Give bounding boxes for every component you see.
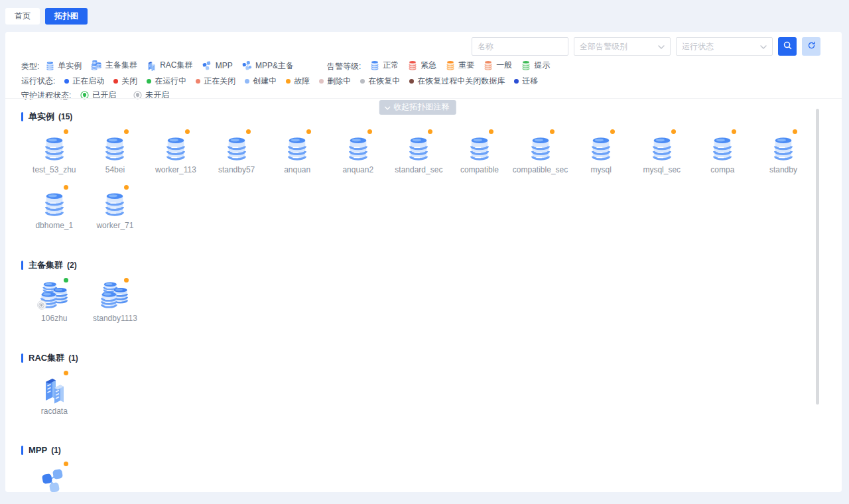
node-label: 106zhu <box>41 314 67 323</box>
node-icon-wrap <box>99 278 131 311</box>
topology-node[interactable]: mysql_sec <box>631 129 692 174</box>
topology-node[interactable]: anquan <box>267 129 328 174</box>
section-header: RAC集群 (1) <box>21 352 842 364</box>
legend-run-status-item: 正在启动 <box>64 76 104 87</box>
topology-node[interactable]: standard <box>24 462 85 492</box>
node-label: worker_113 <box>155 165 196 174</box>
node-grid: standard <box>24 462 817 492</box>
db-single-icon <box>286 136 308 162</box>
section-count: (2) <box>67 261 77 270</box>
node-icon-wrap <box>38 129 70 162</box>
legend-item-label: 迁移 <box>522 76 538 87</box>
topology-node[interactable]: standard_sec <box>389 129 450 174</box>
topology-node[interactable]: 106zhu <box>24 278 85 323</box>
legend-type-label: 类型: <box>21 61 39 72</box>
node-status-dot <box>246 129 251 134</box>
node-status-dot <box>671 129 676 134</box>
topology-node[interactable]: worker_71 <box>85 185 146 230</box>
mpp-icon <box>41 467 68 492</box>
node-grid: test_53_zhu 54bei worker_113 standby57 <box>24 129 817 241</box>
section-accent-bar <box>21 353 23 363</box>
search-button[interactable] <box>778 37 797 56</box>
legend-run-status-item: 在恢复中 <box>360 76 400 87</box>
topology-node[interactable]: compatible <box>449 129 510 174</box>
db-single-icon <box>407 136 430 162</box>
node-label: mysql_sec <box>643 165 681 174</box>
legend-alarm-item: 重要 <box>446 60 474 71</box>
status-dot-icon <box>196 79 200 84</box>
node-label: compa <box>710 165 734 174</box>
tab-home[interactable]: 首页 <box>5 8 40 25</box>
node-icon-wrap <box>585 129 617 162</box>
db-single-icon <box>43 192 66 218</box>
topology-node[interactable]: standby <box>753 129 814 174</box>
refresh-button[interactable] <box>802 37 820 56</box>
legend-item-label: 提示 <box>534 60 550 71</box>
legend-run-status-item: 在运行中 <box>147 76 186 87</box>
db-alarm-icon <box>370 60 379 71</box>
db-alarm-icon <box>521 60 531 71</box>
node-label: worker_71 <box>96 221 133 230</box>
chevron-down-icon <box>658 42 665 51</box>
status-dot-icon <box>319 79 324 84</box>
legend-alarm-label: 告警等级: <box>327 61 361 72</box>
topology-node[interactable]: test_53_zhu <box>24 129 85 174</box>
db-single-icon <box>46 61 54 71</box>
rac-icon <box>41 373 68 404</box>
name-search-input[interactable] <box>472 37 568 56</box>
section-单实例: 单实例 (15) test_53_zhu 54bei worker_11 <box>21 111 842 241</box>
node-label: test_53_zhu <box>33 165 76 174</box>
section-主备集群: 主备集群 (2) 106zhu standby1113 <box>21 259 842 334</box>
db-single-icon <box>226 136 248 162</box>
legend-item-label: 删除中 <box>327 76 351 87</box>
section-header: 单实例 (15) <box>21 111 842 123</box>
legend-run-status-item: 在恢复过程中关闭数据库 <box>409 76 505 87</box>
db-alarm-icon <box>408 60 417 71</box>
status-dot-icon <box>64 79 69 84</box>
status-dot-icon <box>409 79 414 84</box>
topology-node[interactable]: racdata <box>24 371 85 416</box>
legend-run-status-item: 故障 <box>286 76 310 87</box>
run-status-select[interactable]: 运行状态 <box>676 37 773 56</box>
node-status-dot <box>550 129 555 134</box>
tab-topology[interactable]: 拓扑图 <box>45 8 88 25</box>
topology-node[interactable]: dbhome_1 <box>24 185 85 230</box>
topology-canvas[interactable]: 单实例 (15) test_53_zhu 54bei worker_11 <box>5 98 842 492</box>
legend-type-item: MPP&主备 <box>242 60 294 72</box>
topology-node[interactable]: worker_113 <box>145 129 206 174</box>
db-single-icon <box>347 136 369 162</box>
node-label: standby1113 <box>93 314 137 323</box>
mpp-cluster-icon <box>242 60 252 71</box>
alarm-level-select[interactable]: 全部告警级别 <box>574 37 671 56</box>
legend-type-item: MPP <box>202 60 233 71</box>
vertical-scrollbar[interactable] <box>816 109 819 405</box>
legend: 类型: 单实例主备集群 RAC集群 MPP MPP&主备 告警等级: 正常紧急重… <box>21 59 559 103</box>
legend-item-label: 关闭 <box>121 76 137 87</box>
legend-item-label: 紧急 <box>421 60 436 71</box>
db-single-icon <box>43 136 66 162</box>
db-single-icon <box>711 136 734 162</box>
topology-node[interactable]: mysql <box>570 129 631 174</box>
section-count: (1) <box>68 353 78 363</box>
topology-node[interactable]: compatible_sec <box>510 129 571 174</box>
node-label: 54bei <box>105 165 125 174</box>
topology-node[interactable]: anquan2 <box>328 129 389 174</box>
section-header: MPP (1) <box>21 445 842 455</box>
legend-item-label: 正在启动 <box>72 76 104 87</box>
node-icon-wrap <box>99 129 131 162</box>
node-label: compatible <box>460 165 499 174</box>
status-dot-icon <box>514 79 519 84</box>
legend-alarm-item: 正常 <box>370 60 399 71</box>
legend-alarm-item: 一般 <box>484 60 512 71</box>
node-status-dot <box>124 129 129 134</box>
topology-panel: 全部告警级别 运行状态 类型: 单实例主备集群 RAC集群 MPP MPP&主备 <box>5 32 842 492</box>
topology-node[interactable]: standby1113 <box>85 278 146 323</box>
topology-node[interactable]: standby57 <box>206 129 267 174</box>
node-status-dot <box>124 185 129 190</box>
topology-node[interactable]: 54bei <box>85 129 146 174</box>
legend-alarm-items: 正常紧急重要一般提示 <box>370 60 559 73</box>
db-cluster-icon <box>91 60 102 71</box>
legend-item-label: 单实例 <box>58 60 82 72</box>
legend-run-status-item: 关闭 <box>113 76 137 87</box>
topology-node[interactable]: compa <box>692 129 753 174</box>
